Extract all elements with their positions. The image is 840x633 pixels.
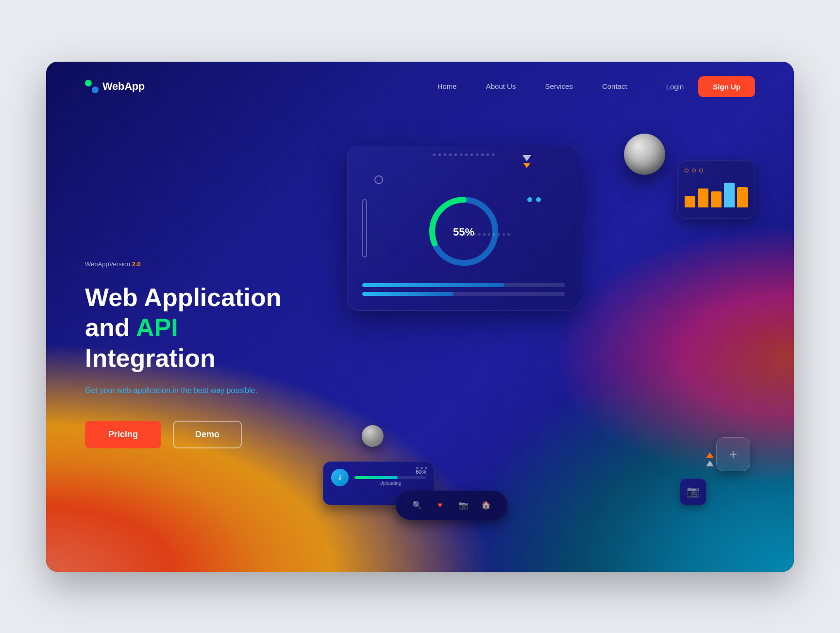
nav-home[interactable]: Home: [437, 82, 457, 90]
logo-dot2: [92, 86, 99, 93]
logo-text: WebApp: [102, 80, 145, 93]
progress-bar-1: [362, 283, 565, 287]
chart-dot-2: [692, 169, 696, 172]
progress-bar-fill-2: [362, 292, 454, 296]
search-nav-icon[interactable]: 🔍: [409, 497, 425, 513]
upload-icon: ⇓: [331, 469, 349, 486]
logo-icon: [85, 80, 99, 93]
upload-percent: 60%: [354, 469, 426, 475]
hero-title: Web Application and API Integration: [85, 282, 318, 373]
chart-dots: [685, 169, 748, 172]
logo-dot1: [85, 80, 92, 86]
small-img-card: 📷: [680, 479, 706, 505]
bar-1: [685, 196, 695, 207]
hero-right: 55%: [318, 131, 755, 568]
blue-dot-1: [527, 197, 532, 202]
dashboard-card: 55%: [347, 146, 580, 311]
dash-dots: [433, 146, 494, 156]
hero-subtitle: Get your web application in the best way…: [85, 385, 318, 396]
upload-info: 60% Uploading: [354, 469, 426, 486]
progress-bar-fill-1: [362, 283, 504, 287]
tri-up-white: [706, 461, 714, 466]
tri-up-orange: [706, 452, 714, 458]
upload-progress-fill: [354, 476, 398, 479]
vert-slider: [362, 199, 367, 257]
upload-label: Uploading: [354, 480, 426, 486]
upload-progress-bar: [354, 476, 426, 479]
hero-left: WebAppVersion 2.0 Web Application and AP…: [85, 251, 318, 448]
bar-4: [724, 183, 735, 207]
nav-login[interactable]: Login: [666, 83, 684, 91]
upload-dots: [416, 467, 427, 469]
navbar: WebApp Home About Us Services Contact Lo…: [46, 62, 794, 112]
version-label: WebAppVersion 2.0: [85, 260, 318, 268]
nav-services[interactable]: Services: [545, 82, 573, 90]
small-circle-deco: [374, 175, 383, 184]
hero-title-line3: Integration: [85, 344, 216, 372]
hero-section: WebAppVersion 2.0 Web Application and AP…: [46, 112, 794, 568]
signup-button[interactable]: Sign Up: [698, 76, 755, 97]
triangles-top: [522, 155, 531, 168]
upload-header: ⇓ 60% Uploading: [331, 469, 426, 486]
bar-chart: [685, 178, 748, 207]
chart-dot-3: [699, 169, 703, 172]
blue-dot-2: [536, 197, 541, 202]
bar-5: [737, 187, 748, 207]
nav-links: Home About Us Services Contact: [437, 82, 627, 91]
nav-contact[interactable]: Contact: [602, 82, 627, 90]
plus-card[interactable]: +: [716, 437, 750, 471]
two-blue-dots: [527, 197, 541, 202]
triangle-orange: [523, 163, 530, 168]
bar-2: [698, 188, 708, 207]
page-content: WebApp Home About Us Services Contact Lo…: [46, 62, 794, 572]
chart-card: [677, 160, 755, 219]
home-nav-icon[interactable]: 🏠: [478, 497, 494, 513]
browser-frame: WebApp Home About Us Services Contact Lo…: [46, 62, 794, 572]
demo-button[interactable]: Demo: [173, 421, 242, 448]
logo[interactable]: WebApp: [85, 80, 145, 93]
triangle-white: [522, 155, 531, 161]
nav-about[interactable]: About Us: [486, 82, 516, 90]
hero-title-and: and: [85, 313, 136, 342]
small-sphere-1: [362, 425, 384, 447]
progress-bar-2: [362, 292, 565, 296]
dot-line-horizontal: [464, 233, 510, 236]
small-triangles: [706, 452, 714, 466]
percent-label: 55%: [453, 226, 474, 239]
circle-progress: 55%: [425, 192, 503, 272]
hero-buttons: Pricing Demo: [85, 421, 318, 448]
pricing-button[interactable]: Pricing: [85, 421, 161, 448]
nav-icons-card: 🔍 ♥ 📷 🏠: [396, 491, 507, 520]
heart-nav-icon[interactable]: ♥: [432, 497, 448, 513]
image-nav-icon[interactable]: 📷: [455, 497, 471, 513]
progress-bars: [362, 283, 565, 296]
hero-api: API: [136, 313, 178, 342]
hero-title-line1: Web Application: [85, 283, 281, 311]
chart-dot-1: [685, 169, 689, 172]
big-sphere: [624, 134, 665, 175]
bar-3: [711, 191, 722, 207]
